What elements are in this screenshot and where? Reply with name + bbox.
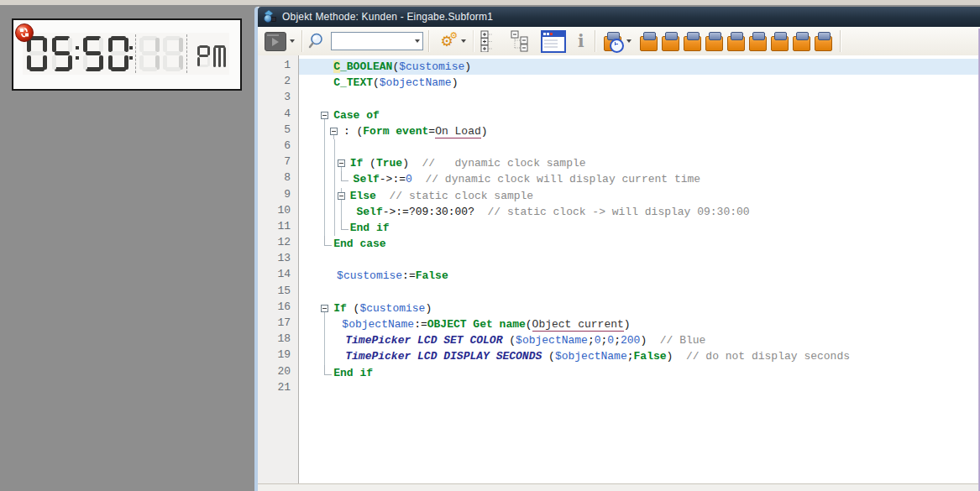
clipboard-slot-icon[interactable] <box>793 32 810 51</box>
line-number[interactable]: 4 <box>258 107 298 123</box>
code-token: ( <box>373 76 380 89</box>
line-number[interactable]: 10 <box>258 204 298 220</box>
clipboard-slot-icon[interactable] <box>662 32 679 51</box>
clipboard-clock-button[interactable] <box>602 32 631 51</box>
clipboard-slot-icon[interactable] <box>749 32 767 51</box>
code-line[interactable]: End case <box>299 236 978 252</box>
code-token: ->:=?09:30:00? <box>383 206 488 218</box>
titlebar[interactable]: Objekt Methode: Kunden - Eingabe.Subform… <box>258 7 980 27</box>
code-line[interactable]: $objectName:=OBJECT Get name(Object curr… <box>299 316 978 332</box>
code-line[interactable]: TimePicker LCD SET COLOR ($objectName;0;… <box>299 332 978 348</box>
code-line[interactable]: If ($customise) <box>299 300 978 316</box>
code-line[interactable]: End if <box>299 365 978 381</box>
code-token <box>412 173 426 185</box>
indent-elbow <box>324 236 332 246</box>
toolbar-separator <box>301 30 302 52</box>
code-token: C <box>333 60 340 73</box>
indent-guide <box>334 155 335 171</box>
line-number[interactable]: 9 <box>258 188 298 204</box>
line-number[interactable]: 5 <box>258 123 298 139</box>
clipboard-slot-icon[interactable] <box>684 32 701 51</box>
line-number[interactable]: 1 <box>258 59 298 75</box>
line-number[interactable]: 6 <box>258 139 298 155</box>
code-pane[interactable]: C_BOOLEAN($customise)C_TEXT($objectName)… <box>299 55 978 484</box>
collapse-all-button[interactable] <box>507 30 532 52</box>
window-title: Objekt Methode: Kunden - Eingabe.Subform… <box>282 11 493 23</box>
line-number[interactable]: 12 <box>258 236 298 252</box>
code-token: : ( <box>343 125 363 138</box>
code-text: Case of <box>333 107 380 123</box>
code-line[interactable]: C_BOOLEAN($customise) <box>299 59 978 75</box>
line-number[interactable]: 2 <box>258 75 298 91</box>
clipboard-slot-icon[interactable] <box>815 32 832 51</box>
code-line[interactable]: TimePicker LCD DISPLAY SECONDS ($objectN… <box>299 348 978 364</box>
gears-icon: ⚙⚙ <box>436 34 458 49</box>
line-number[interactable]: 18 <box>258 332 298 348</box>
clipboard-slot-icon[interactable] <box>771 32 789 51</box>
clipboard-dropdown-arrow-icon[interactable] <box>626 39 631 43</box>
code-line[interactable]: End if <box>299 220 978 236</box>
code-line[interactable]: Self->:=?09:30:00? // static clock -> wi… <box>299 204 978 220</box>
code-line[interactable] <box>299 285 978 300</box>
object-method-badge[interactable] <box>14 23 34 43</box>
indent-elbow <box>324 365 332 375</box>
line-number[interactable]: 21 <box>258 381 298 397</box>
code-line[interactable] <box>299 139 978 155</box>
line-number[interactable]: 7 <box>258 155 298 171</box>
code-line[interactable] <box>299 381 978 397</box>
macros-button[interactable] <box>541 30 566 53</box>
code-token: := <box>402 269 416 282</box>
line-number[interactable]: 20 <box>258 365 298 381</box>
settings-dropdown-arrow-icon[interactable] <box>461 39 466 43</box>
line-number[interactable]: 19 <box>258 348 298 364</box>
method-info-button[interactable]: i <box>574 31 588 51</box>
lcd-clock-widget[interactable] <box>12 18 242 91</box>
line-number[interactable]: 8 <box>258 171 298 187</box>
line-number[interactable]: 14 <box>258 268 298 284</box>
search-input[interactable] <box>332 34 411 48</box>
fold-toggle-icon[interactable] <box>338 159 345 167</box>
line-number[interactable]: 13 <box>258 252 298 268</box>
fold-toggle-icon[interactable] <box>321 305 328 312</box>
code-line[interactable]: Case of <box>299 107 978 123</box>
code-token: ->:= <box>380 173 406 185</box>
search-combobox[interactable] <box>331 32 423 50</box>
code-text: TimePicker LCD DISPLAY SECONDS ($objectN… <box>345 348 850 364</box>
indent-guide <box>324 332 325 348</box>
line-number[interactable]: 11 <box>258 220 298 236</box>
code-text: : (Form event=On Load) <box>343 123 488 139</box>
run-dropdown-arrow-icon[interactable] <box>290 39 295 43</box>
code-line[interactable]: If (True) // dynamic clock sample <box>299 155 978 171</box>
line-number[interactable]: 3 <box>258 91 298 107</box>
fold-toggle-icon[interactable] <box>321 112 328 119</box>
subform-boundary-dashed-line <box>186 34 187 73</box>
code-line[interactable]: $customise:=False <box>299 268 978 284</box>
indent-guide <box>324 204 325 220</box>
line-number[interactable]: 16 <box>258 300 298 316</box>
line-number-gutter[interactable]: 123456789101112131415161718192021 <box>258 55 299 484</box>
method-editor-window: Objekt Methode: Kunden - Eingabe.Subform… <box>254 7 980 491</box>
line-number[interactable]: 15 <box>258 285 298 300</box>
code-token: ) <box>452 76 459 89</box>
code-text: Else // static clock sample <box>350 188 533 204</box>
clipboard-slot-icon[interactable] <box>705 32 723 51</box>
code-line[interactable] <box>299 91 978 107</box>
code-line[interactable] <box>299 252 978 268</box>
search-dropdown-arrow-icon[interactable] <box>415 39 420 43</box>
code-line[interactable]: Else // static clock sample <box>299 188 978 204</box>
run-method-button[interactable] <box>265 32 295 51</box>
clipboard-slot-icon[interactable] <box>640 32 658 51</box>
expand-all-button[interactable] <box>480 30 499 52</box>
method-settings-button[interactable]: ⚙⚙ <box>436 34 466 49</box>
code-token: ) <box>640 334 659 347</box>
code-line[interactable]: C_TEXT($objectName) <box>299 75 978 91</box>
fold-toggle-icon[interactable] <box>338 192 345 200</box>
horizontal-scrollbar[interactable] <box>258 483 980 491</box>
line-number[interactable]: 17 <box>258 316 298 332</box>
clipboard-slot-icon[interactable] <box>727 32 745 51</box>
code-line[interactable]: Self->:=0 // dynamic clock will display … <box>299 171 978 187</box>
code-line[interactable]: : (Form event=On Load) <box>299 123 978 139</box>
indent-guide <box>334 220 335 236</box>
fold-toggle-icon[interactable] <box>330 128 338 135</box>
code-token: C_TEXT <box>333 76 373 89</box>
